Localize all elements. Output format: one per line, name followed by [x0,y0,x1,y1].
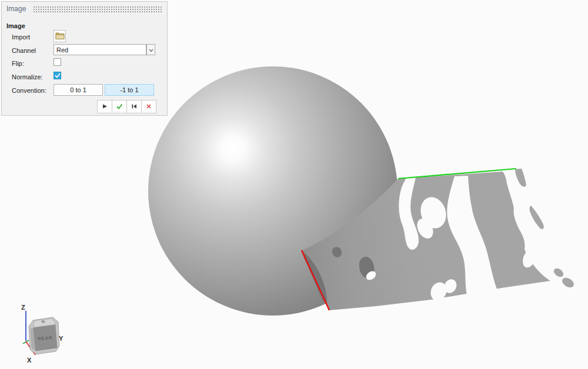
import-file-button[interactable] [54,30,66,42]
panel-title: Image [6,5,26,13]
application-window: REAR Z Y X Image Image Import Channel Re… [0,0,588,369]
convention-option-0to1-label: 0 to 1 [70,86,86,93]
channel-select[interactable]: Red [54,44,146,55]
flip-label: Flip: [12,60,24,67]
panel-titlebar[interactable]: Image [2,2,167,16]
axis-z-label: Z [21,304,25,311]
cancel-button[interactable] [141,100,156,113]
axis-y-label: Y [59,335,64,342]
normalize-label: Normalize: [12,73,43,80]
normalize-checkbox[interactable] [54,72,61,79]
image-block-panel: Image Image Import Channel Red [1,1,168,116]
block-action-toolbar [97,100,156,113]
confirm-check-icon [116,103,123,111]
confirm-button[interactable] [112,100,127,113]
skip-to-start-button[interactable] [126,100,142,113]
drag-handle-dots[interactable] [33,6,162,12]
channel-label: Channel [12,47,36,54]
import-label: Import [12,33,30,41]
convention-option-minus1to1[interactable]: -1 to 1 [105,84,154,96]
convention-label: Convention: [12,87,46,94]
view-cube-face-label[interactable]: REAR [38,335,53,341]
run-button[interactable] [97,100,112,113]
folder-open-icon [55,32,65,41]
channel-dropdown-button[interactable] [146,44,155,55]
convention-option-0to1[interactable]: 0 to 1 [54,84,103,96]
cancel-x-icon [145,103,152,111]
skip-to-start-icon [131,103,138,111]
flip-checkbox[interactable] [54,58,61,66]
convention-option-minus1to1-label: -1 to 1 [120,86,138,93]
chevron-down-icon [149,46,153,53]
channel-value: Red [56,46,68,53]
play-icon [101,103,108,111]
check-icon [55,73,61,78]
axis-x-label: X [27,357,32,364]
section-header: Image [6,22,25,29]
